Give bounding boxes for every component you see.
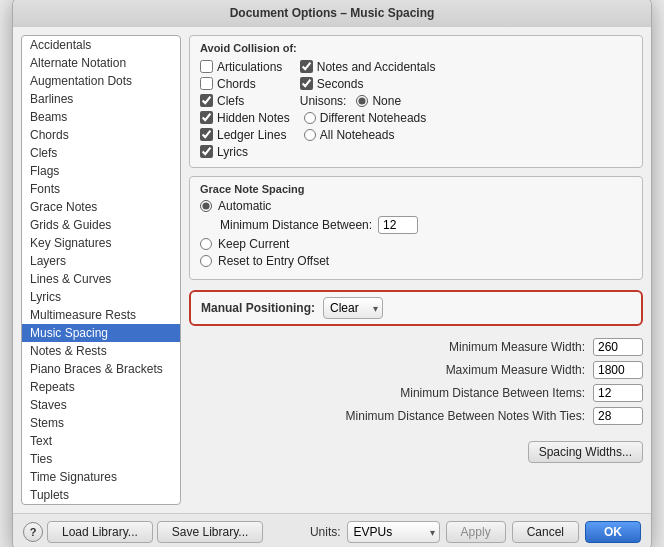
unisons-none-row: None	[356, 94, 401, 108]
reset-entry-label: Reset to Entry Offset	[218, 254, 329, 268]
sidebar-item[interactable]: Piano Braces & Brackets	[22, 360, 180, 378]
min-distance-items-row: Minimum Distance Between Items: 12	[189, 384, 643, 402]
unisons-all-radio[interactable]	[304, 129, 316, 141]
keep-current-row: Keep Current	[200, 237, 632, 251]
sidebar-item[interactable]: Clefs	[22, 144, 180, 162]
sidebar-item[interactable]: Layers	[22, 252, 180, 270]
cancel-button[interactable]: Cancel	[512, 521, 579, 543]
unisons-none-label: None	[372, 94, 401, 108]
units-label: Units:	[310, 525, 341, 539]
sidebar-item[interactable]: Alternate Notation	[22, 54, 180, 72]
sidebar-item[interactable]: Accidentals	[22, 36, 180, 54]
sidebar-item[interactable]: Fonts	[22, 180, 180, 198]
articulations-label: Articulations	[217, 60, 282, 74]
clefs-row: Clefs	[200, 94, 290, 108]
min-distance-row: Minimum Distance Between: 12	[220, 216, 632, 234]
dialog-body: AccidentalsAlternate NotationAugmentatio…	[13, 27, 651, 513]
collision-col-left: Articulations Chords Clefs Hidden N	[200, 60, 290, 159]
help-button[interactable]: ?	[23, 522, 43, 542]
manual-pos-label: Manual Positioning:	[201, 301, 315, 315]
min-distance-notes-input[interactable]: 28	[593, 407, 643, 425]
manual-pos-select[interactable]: ClearKeepReset	[323, 297, 383, 319]
sidebar-item[interactable]: Flags	[22, 162, 180, 180]
chords-row: Chords	[200, 77, 290, 91]
sidebar-item[interactable]: Notes & Rests	[22, 342, 180, 360]
sidebar-item[interactable]: Multimeasure Rests	[22, 306, 180, 324]
ledger-lines-label: Ledger Lines	[217, 128, 286, 142]
sidebar-item[interactable]: Beams	[22, 108, 180, 126]
sidebar: AccidentalsAlternate NotationAugmentatio…	[21, 35, 181, 505]
load-library-button[interactable]: Load Library...	[47, 521, 153, 543]
hidden-notes-row: Hidden Notes	[200, 111, 290, 125]
max-measure-width-row: Maximum Measure Width: 1800	[189, 361, 643, 379]
min-distance-items-input[interactable]: 12	[593, 384, 643, 402]
avoid-collision-section: Avoid Collision of: Articulations Chords	[189, 35, 643, 168]
save-library-button[interactable]: Save Library...	[157, 521, 263, 543]
unisons-all-row: All Noteheads	[304, 128, 436, 142]
sidebar-item[interactable]: Music Spacing	[22, 324, 180, 342]
spacing-widths-container: Spacing Widths...	[189, 437, 643, 463]
sidebar-item[interactable]: Lyrics	[22, 288, 180, 306]
chords-checkbox[interactable]	[200, 77, 213, 90]
seconds-row: Seconds	[300, 77, 436, 91]
ledger-lines-checkbox[interactable]	[200, 128, 213, 141]
min-measure-width-input[interactable]: 260	[593, 338, 643, 356]
clefs-checkbox[interactable]	[200, 94, 213, 107]
sidebar-item[interactable]: Staves	[22, 396, 180, 414]
title-bar: Document Options – Music Spacing	[13, 0, 651, 27]
sidebar-item[interactable]: Time Signatures	[22, 468, 180, 486]
sidebar-item[interactable]: Barlines	[22, 90, 180, 108]
automatic-radio[interactable]	[200, 200, 212, 212]
unisons-all-label: All Noteheads	[320, 128, 395, 142]
sidebar-item[interactable]: Chords	[22, 126, 180, 144]
max-measure-width-label: Maximum Measure Width:	[446, 363, 585, 377]
max-measure-width-input[interactable]: 1800	[593, 361, 643, 379]
unisons-none-radio[interactable]	[356, 95, 368, 107]
sidebar-item[interactable]: Stems	[22, 414, 180, 432]
min-measure-width-row: Minimum Measure Width: 260	[189, 338, 643, 356]
sidebar-item[interactable]: Lines & Curves	[22, 270, 180, 288]
dialog: Document Options – Music Spacing Acciden…	[12, 0, 652, 547]
chords-label: Chords	[217, 77, 256, 91]
min-distance-label: Minimum Distance Between:	[220, 218, 372, 232]
lyrics-checkbox[interactable]	[200, 145, 213, 158]
unisons-different-label: Different Noteheads	[320, 111, 427, 125]
notes-acc-checkbox[interactable]	[300, 60, 313, 73]
articulations-checkbox[interactable]	[200, 60, 213, 73]
sidebar-item[interactable]: Key Signatures	[22, 234, 180, 252]
footer: ? Load Library... Save Library... Units:…	[13, 513, 651, 548]
clefs-label: Clefs	[217, 94, 244, 108]
hidden-notes-checkbox[interactable]	[200, 111, 213, 124]
automatic-row: Automatic	[200, 199, 632, 213]
collision-content: Articulations Chords Clefs Hidden N	[200, 60, 632, 159]
min-distance-notes-label: Minimum Distance Between Notes With Ties…	[346, 409, 585, 423]
seconds-checkbox[interactable]	[300, 77, 313, 90]
spacing-widths-button[interactable]: Spacing Widths...	[528, 441, 643, 463]
manual-positioning-section: Manual Positioning: ClearKeepReset	[189, 290, 643, 326]
articulations-row: Articulations	[200, 60, 290, 74]
units-select-wrapper: EVPUsInchesCentimetersPointsSpaces	[347, 521, 440, 543]
manual-pos-select-wrapper: ClearKeepReset	[323, 297, 383, 319]
notes-acc-row: Notes and Accidentals	[300, 60, 436, 74]
units-select[interactable]: EVPUsInchesCentimetersPointsSpaces	[347, 521, 440, 543]
min-distance-notes-row: Minimum Distance Between Notes With Ties…	[189, 407, 643, 425]
grace-note-section: Grace Note Spacing Automatic Minimum Dis…	[189, 176, 643, 280]
sidebar-item[interactable]: Grids & Guides	[22, 216, 180, 234]
sidebar-item[interactable]: Grace Notes	[22, 198, 180, 216]
ok-button[interactable]: OK	[585, 521, 641, 543]
avoid-collision-label: Avoid Collision of:	[200, 42, 632, 54]
min-distance-input[interactable]: 12	[378, 216, 418, 234]
lyrics-row: Lyrics	[200, 145, 290, 159]
sidebar-item[interactable]: Repeats	[22, 378, 180, 396]
keep-current-radio[interactable]	[200, 238, 212, 250]
sidebar-item[interactable]: Ties	[22, 450, 180, 468]
apply-button[interactable]: Apply	[446, 521, 506, 543]
unisons-header: Unisons: None	[300, 94, 436, 108]
notes-acc-label: Notes and Accidentals	[317, 60, 436, 74]
sidebar-item[interactable]: Tuplets	[22, 486, 180, 504]
sidebar-item[interactable]: Text	[22, 432, 180, 450]
unisons-different-radio[interactable]	[304, 112, 316, 124]
min-measure-width-label: Minimum Measure Width:	[449, 340, 585, 354]
sidebar-item[interactable]: Augmentation Dots	[22, 72, 180, 90]
reset-entry-radio[interactable]	[200, 255, 212, 267]
